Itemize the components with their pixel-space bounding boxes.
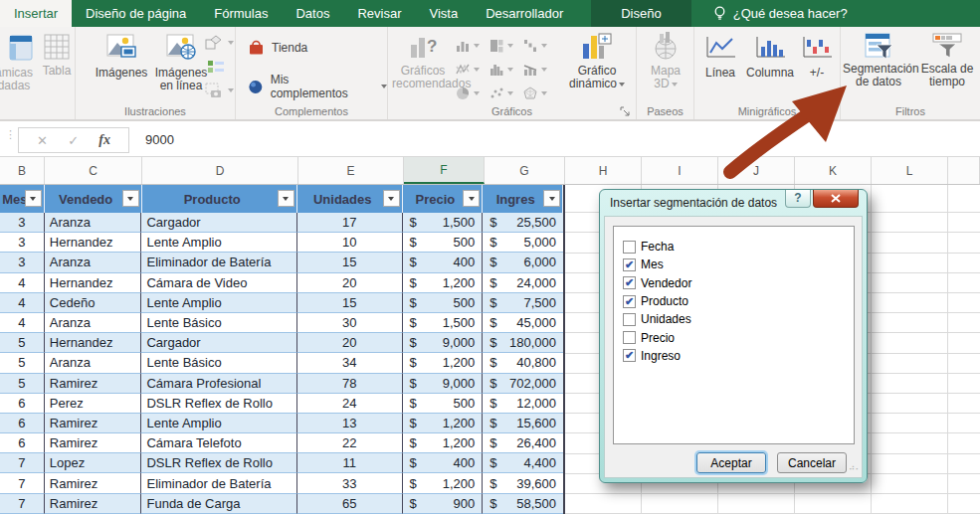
table-cell[interactable]: $900 [403, 494, 484, 514]
filter-dropdown-unidades[interactable] [383, 190, 400, 207]
table-cell[interactable]: $6,000 [483, 253, 563, 272]
field-checkbox-mes[interactable]: ✔Mes [623, 256, 854, 273]
table-cell[interactable]: DSLR Reflex de Rollo [141, 394, 296, 414]
table-cell[interactable]: 13 [297, 414, 403, 433]
table-cell[interactable]: 3 [0, 213, 45, 233]
formula-input[interactable]: 9000 [145, 123, 174, 156]
table-cell[interactable]: Aranza [45, 313, 142, 333]
table-cell[interactable]: Lopez [45, 453, 142, 473]
table-cell[interactable]: Lente Amplio [141, 233, 296, 253]
combo-chart-button[interactable] [519, 58, 553, 82]
table-cell[interactable]: 4 [0, 313, 45, 333]
table-cell[interactable]: 5 [0, 333, 45, 353]
table-cell[interactable]: $26,400 [483, 433, 563, 453]
column-header-C[interactable]: C [45, 157, 142, 184]
table-cell[interactable]: 6 [0, 433, 45, 453]
table-cell[interactable]: $500 [403, 233, 484, 253]
table-cell[interactable]: Ramirez [45, 374, 142, 394]
tab-diseno[interactable]: Diseño [591, 0, 690, 27]
table-cell[interactable]: DSLR Reflex de Rollo [141, 453, 296, 473]
table-cell[interactable]: 10 [297, 233, 403, 253]
table-cell[interactable]: 3 [0, 233, 45, 253]
table-cell[interactable]: Ramirez [45, 494, 142, 514]
filter-dropdown-vendedo[interactable] [122, 190, 139, 207]
pie-chart-button[interactable] [452, 82, 486, 105]
accept-button[interactable]: Aceptar [696, 452, 766, 473]
histogram-chart-button[interactable] [486, 58, 519, 82]
store-button[interactable]: Tienda [248, 39, 307, 56]
table-cell[interactable]: $1,500 [403, 213, 484, 233]
table-cell[interactable]: 7 [0, 473, 45, 493]
table-cell[interactable]: Eliminador de Batería [141, 473, 296, 493]
cancel-entry-icon[interactable]: ✕ [37, 133, 48, 148]
table-cell[interactable]: Lente Amplio [141, 293, 296, 313]
table-cell[interactable]: $15,600 [483, 414, 563, 433]
column-header-E[interactable]: E [298, 157, 404, 184]
table-cell[interactable]: 20 [297, 333, 403, 353]
table-cell[interactable]: Ramirez [45, 473, 142, 493]
table-cell[interactable]: $1,200 [403, 273, 484, 293]
scatter-chart-button[interactable] [486, 82, 519, 105]
table-cell[interactable]: 6 [0, 414, 45, 433]
table-cell[interactable]: $1,200 [403, 414, 484, 433]
column-header-I[interactable]: I [642, 157, 718, 184]
table-cell[interactable]: $24,000 [483, 273, 563, 293]
tab-desarrollador[interactable]: Desarrollador [472, 0, 577, 27]
table-cell[interactable]: $500 [403, 394, 484, 414]
field-checkbox-ingreso[interactable]: ✔Ingreso [623, 347, 854, 365]
table-cell[interactable]: Cedeño [45, 293, 142, 313]
column-header-B[interactable]: B [0, 157, 45, 184]
field-checkbox-precio[interactable]: Precio [623, 328, 854, 346]
tab-insertar[interactable]: Insertar [0, 0, 72, 27]
treemap-chart-button[interactable] [486, 34, 519, 58]
table-cell[interactable]: 17 [297, 213, 403, 233]
table-cell[interactable]: Cargador [141, 213, 296, 233]
insert-slicer-button[interactable]: Segmentación de datos [843, 32, 914, 88]
tab-revisar[interactable]: Revisar [343, 0, 415, 27]
table-cell[interactable]: $39,600 [483, 473, 563, 493]
tab-diseno-de-pagina[interactable]: Diseño de página [72, 0, 200, 27]
sparkline-column-button[interactable]: Columna [744, 35, 796, 80]
table-cell[interactable]: $400 [403, 253, 484, 272]
table-cell[interactable]: $500 [403, 293, 484, 313]
field-checkbox-fecha[interactable]: Fecha [623, 238, 854, 256]
table-cell[interactable]: Ramirez [45, 433, 142, 453]
column-header-K[interactable]: K [795, 157, 872, 184]
table-cell[interactable]: $1,200 [403, 353, 484, 373]
table-cell[interactable]: $40,800 [483, 353, 563, 373]
table-cell[interactable]: 30 [297, 313, 403, 333]
table-cell[interactable]: Eliminador de Batería [141, 253, 296, 272]
field-checkbox-unidades[interactable]: Unidades [623, 310, 854, 328]
table-cell[interactable]: $1,500 [403, 313, 484, 333]
table-cell[interactable]: $1,200 [403, 473, 484, 493]
column-header-L[interactable]: L [872, 157, 948, 184]
table-cell[interactable]: Cargador [141, 333, 296, 353]
table-cell[interactable]: 7 [0, 494, 45, 514]
table-cell[interactable]: 22 [297, 433, 403, 453]
column-header-H[interactable]: H [565, 157, 642, 184]
tab-formulas[interactable]: Fórmulas [200, 0, 282, 27]
sparkline-winloss-button[interactable]: +/- [798, 35, 836, 80]
table-cell[interactable]: Lente Básico [141, 313, 296, 333]
table-cell[interactable]: $5,000 [483, 233, 563, 253]
column-header-F[interactable]: F [404, 157, 485, 184]
table-cell[interactable]: 15 [297, 293, 403, 313]
table-cell[interactable]: 11 [297, 453, 403, 473]
sparkline-line-button[interactable]: Línea [698, 35, 742, 80]
table-cell[interactable]: $25,500 [483, 213, 563, 233]
table-cell[interactable]: Cámara de Video [141, 273, 296, 293]
tab-vista[interactable]: Vista [416, 0, 473, 27]
map-3d-button[interactable]: Mapa 3D [644, 32, 687, 90]
insert-timeline-button[interactable]: Escala de tiempo [916, 32, 978, 88]
my-addins-button[interactable]: Mis complementos [248, 73, 387, 100]
table-cell[interactable]: $7,500 [483, 293, 563, 313]
recommended-charts-button[interactable]: ? Gráficos recomendados [392, 32, 454, 90]
table-cell[interactable]: 5 [0, 374, 45, 394]
table-cell[interactable]: 65 [297, 494, 403, 514]
table-cell[interactable]: $4,400 [483, 453, 563, 473]
table-cell[interactable]: 20 [297, 273, 403, 293]
column-header-D[interactable]: D [142, 157, 298, 184]
table-cell[interactable]: 34 [297, 353, 403, 373]
line-chart-button[interactable] [452, 58, 486, 82]
table-cell[interactable]: Cámara Telefoto [141, 433, 296, 453]
